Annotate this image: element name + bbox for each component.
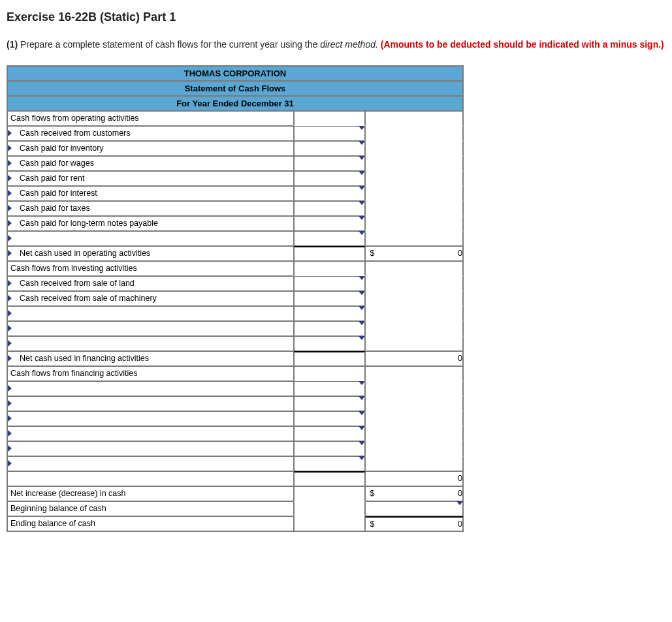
cell-fin-header-c2 — [294, 366, 366, 381]
end-bal-currency: $ — [370, 520, 374, 529]
instruction-number: (1) — [7, 39, 18, 50]
cell-inv-blank3-c2[interactable] — [294, 336, 366, 351]
end-bal-value: 0 — [458, 520, 462, 529]
cell-fin-sub-c2 — [294, 471, 366, 486]
cell-inv1-c3 — [365, 276, 463, 291]
cell-net-change-c3: $0 — [365, 486, 463, 501]
row-fin-blank6[interactable] — [7, 456, 294, 471]
row-inv-blank1[interactable] — [7, 306, 294, 321]
table-header-company: THOMAS CORPORATION — [7, 66, 463, 81]
row-op-header: Cash flows from operating activities — [7, 111, 294, 126]
row-op3[interactable]: Cash paid for wages — [7, 156, 294, 171]
cell-inv-net-c2 — [294, 351, 366, 366]
cell-end-bal-c2 — [294, 516, 366, 531]
row-op-blank1[interactable] — [7, 231, 294, 246]
row-fin-sub — [7, 471, 294, 486]
cell-fin-blank5-c2[interactable] — [294, 441, 366, 456]
net-change-value: 0 — [458, 489, 462, 498]
cell-inv-header-c3 — [365, 261, 463, 276]
cell-end-bal-c3: $0 — [365, 516, 463, 531]
instruction-red: (Amounts to be deducted should be indica… — [381, 39, 664, 50]
row-inv-net[interactable]: Net cash used in financing activities — [7, 351, 294, 366]
cell-op-net-c3: $0 — [365, 246, 463, 261]
exercise-title: Exercise 16-22B (Static) Part 1 — [7, 10, 665, 24]
cell-fin-blank4-c2[interactable] — [294, 426, 366, 441]
cell-fin-blank4-c3 — [365, 426, 463, 441]
cell-fin-header-c3 — [365, 366, 463, 381]
row-inv-header: Cash flows from investing activities — [7, 261, 294, 276]
instructions: (1) Prepare a complete statement of cash… — [7, 39, 665, 51]
cell-net-change-c2 — [294, 486, 366, 501]
cell-op6-c2[interactable] — [294, 201, 366, 216]
cell-inv-blank2-c2[interactable] — [294, 321, 366, 336]
cell-fin-blank2-c2[interactable] — [294, 396, 366, 411]
instruction-text-a: Prepare a complete statement of cash flo… — [18, 39, 320, 50]
cell-inv-net-c3: 0 — [365, 351, 463, 366]
cell-inv1-c2[interactable] — [294, 276, 366, 291]
cell-fin-blank2-c3 — [365, 396, 463, 411]
cell-inv-header-c2 — [294, 261, 366, 276]
row-fin-header: Cash flows from financing activities — [7, 366, 294, 381]
row-op5[interactable]: Cash paid for interest — [7, 186, 294, 201]
fin-sub-value: 0 — [458, 474, 462, 483]
inv-net-value: 0 — [458, 354, 462, 363]
cell-op-net-c2 — [294, 246, 366, 261]
cell-op-blank1-c2[interactable] — [294, 231, 366, 246]
row-op7[interactable]: Cash paid for long-term notes payable — [7, 216, 294, 231]
cell-beg-bal-c3[interactable] — [365, 501, 463, 516]
row-fin-blank5[interactable] — [7, 441, 294, 456]
row-op4[interactable]: Cash paid for rent — [7, 171, 294, 186]
cell-fin-blank3-c2[interactable] — [294, 411, 366, 426]
row-inv1[interactable]: Cash received from sale of land — [7, 276, 294, 291]
cell-op3-c2[interactable] — [294, 156, 366, 171]
cell-inv-blank1-c2[interactable] — [294, 306, 366, 321]
cell-op2-c2[interactable] — [294, 141, 366, 156]
row-end-bal: Ending balance of cash — [7, 516, 294, 531]
net-change-currency: $ — [370, 489, 374, 498]
cell-op-blank1-c3 — [365, 231, 463, 246]
cell-op4-c2[interactable] — [294, 171, 366, 186]
cell-fin-blank6-c3 — [365, 456, 463, 471]
cell-op4-c3 — [365, 171, 463, 186]
cell-inv2-c2[interactable] — [294, 291, 366, 306]
cash-flow-table: THOMAS CORPORATION Statement of Cash Flo… — [7, 65, 464, 532]
cell-fin-blank5-c3 — [365, 441, 463, 456]
cell-fin-sub-c3: 0 — [365, 471, 463, 486]
row-beg-bal: Beginning balance of cash — [7, 501, 294, 516]
row-fin-blank4[interactable] — [7, 426, 294, 441]
cell-fin-blank1-c2[interactable] — [294, 381, 366, 396]
row-op2[interactable]: Cash paid for inventory — [7, 141, 294, 156]
cell-inv-blank3-c3 — [365, 336, 463, 351]
table-header-title: Statement of Cash Flows — [7, 81, 463, 96]
cell-op5-c3 — [365, 186, 463, 201]
cell-inv-blank2-c3 — [365, 321, 463, 336]
cell-inv2-c3 — [365, 291, 463, 306]
row-net-change: Net increase (decrease) in cash — [7, 486, 294, 501]
row-inv-blank2[interactable] — [7, 321, 294, 336]
row-op1[interactable]: Cash received from customers — [7, 126, 294, 141]
cell-fin-blank1-c3 — [365, 381, 463, 396]
cell-op2-c3 — [365, 141, 463, 156]
row-op-net[interactable]: Net cash used in operating activities — [7, 246, 294, 261]
cell-op1-c3 — [365, 126, 463, 141]
cell-op6-c3 — [365, 201, 463, 216]
cell-fin-blank6-c2[interactable] — [294, 456, 366, 471]
instruction-method: direct method. — [320, 39, 378, 50]
cell-inv-blank1-c3 — [365, 306, 463, 321]
row-fin-blank1[interactable] — [7, 381, 294, 396]
cell-op-header-c2 — [294, 111, 366, 126]
cell-op3-c3 — [365, 156, 463, 171]
cell-op5-c2[interactable] — [294, 186, 366, 201]
row-inv-blank3[interactable] — [7, 336, 294, 351]
cell-op1-c2[interactable] — [294, 126, 366, 141]
row-op6[interactable]: Cash paid for taxes — [7, 201, 294, 216]
cell-op7-c3 — [365, 216, 463, 231]
op-net-value: 0 — [458, 249, 462, 258]
cell-op-header-c3 — [365, 111, 463, 126]
row-fin-blank2[interactable] — [7, 396, 294, 411]
cell-op7-c2[interactable] — [294, 216, 366, 231]
cell-fin-blank3-c3 — [365, 411, 463, 426]
row-inv2[interactable]: Cash received from sale of machinery — [7, 291, 294, 306]
row-fin-blank3[interactable] — [7, 411, 294, 426]
cell-beg-bal-c2 — [294, 501, 366, 516]
